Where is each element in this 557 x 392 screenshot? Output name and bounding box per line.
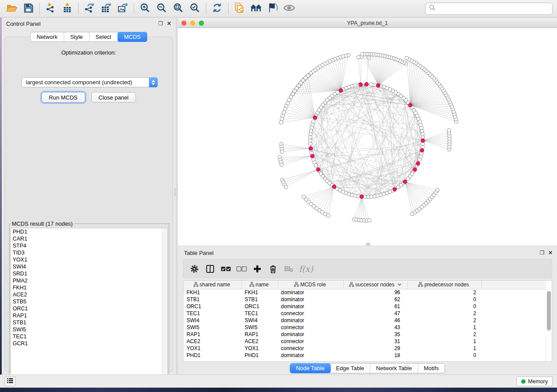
flag-button[interactable] bbox=[264, 2, 281, 16]
table-cell[interactable]: STB1 bbox=[183, 296, 242, 303]
zoom-out-button[interactable] bbox=[153, 2, 170, 16]
table-cell[interactable]: 2 bbox=[407, 331, 481, 338]
eye-button[interactable] bbox=[281, 2, 298, 16]
table-cell[interactable]: YOX1 bbox=[183, 345, 242, 352]
mcds-result-item[interactable]: PHD1 bbox=[11, 228, 167, 235]
zoom-selected-button[interactable] bbox=[187, 2, 203, 16]
table-cell[interactable]: dominator bbox=[278, 352, 343, 359]
mcds-result-item[interactable]: GCR1 bbox=[11, 340, 167, 347]
mcds-result-item[interactable]: RAP1 bbox=[11, 312, 167, 319]
table-cell[interactable]: PHD1 bbox=[242, 352, 278, 359]
table-cell[interactable]: ORC1 bbox=[183, 303, 242, 310]
table-cell[interactable]: SWI5 bbox=[242, 324, 278, 331]
optimization-criterion-select[interactable]: largest connected component (undirected) bbox=[21, 77, 158, 87]
zoom-in-button[interactable] bbox=[137, 2, 153, 16]
mcds-result-item[interactable]: ORC1 bbox=[11, 305, 167, 312]
float-table-panel-icon[interactable]: ❐ bbox=[540, 250, 544, 255]
mcds-result-list[interactable]: PHD1CAR1STP4TID3YOX1SWI4SRD1PMA2FKH1ACE2… bbox=[10, 228, 168, 382]
mcds-result-item[interactable]: STP4 bbox=[11, 242, 167, 249]
table-cell[interactable]: dominator bbox=[278, 317, 343, 324]
table-row[interactable]: YOX1YOX1connector291 bbox=[183, 345, 545, 352]
table-cell[interactable]: TEC1 bbox=[183, 310, 242, 317]
table-row[interactable]: STB1STB1dominator620 bbox=[183, 296, 545, 303]
table-cell[interactable]: STB1 bbox=[242, 296, 278, 303]
zoom-fit-button[interactable] bbox=[170, 2, 187, 16]
column-header-successor-nodes[interactable]: successor nodes bbox=[343, 281, 407, 289]
table-cell[interactable]: 2 bbox=[407, 310, 481, 317]
import-network-button[interactable] bbox=[42, 2, 59, 16]
run-mcds-button[interactable]: Run MCDS bbox=[42, 92, 85, 103]
select-all-icon[interactable] bbox=[219, 262, 232, 275]
close-table-panel-icon[interactable]: ✕ bbox=[548, 250, 553, 255]
table-cell[interactable]: dominator bbox=[278, 303, 343, 310]
memory-button[interactable]: Memory bbox=[516, 376, 553, 386]
table-cell[interactable]: 0 bbox=[407, 303, 481, 310]
table-cell[interactable]: connector bbox=[278, 324, 343, 331]
search-field[interactable] bbox=[425, 3, 553, 15]
table-cell[interactable]: 2 bbox=[407, 317, 481, 324]
table-cell[interactable]: SWI5 bbox=[183, 324, 242, 331]
column-header-predecessor-nodes[interactable]: predecessor nodes bbox=[407, 281, 481, 289]
mcds-result-item[interactable]: STB5 bbox=[11, 298, 167, 305]
table-row[interactable]: ACE2ACE2connector311 bbox=[183, 338, 545, 345]
table-cell[interactable]: 46 bbox=[343, 317, 407, 324]
tab-edge-table[interactable]: Edge Table bbox=[330, 364, 370, 373]
close-panel-icon[interactable]: ✕ bbox=[167, 21, 171, 26]
task-history-button[interactable] bbox=[4, 376, 16, 386]
table-cell[interactable]: ORC1 bbox=[242, 303, 278, 310]
table-cell[interactable]: SWI4 bbox=[242, 317, 278, 324]
show-columns-icon[interactable] bbox=[204, 262, 217, 275]
list-scrollbar[interactable] bbox=[162, 228, 167, 381]
tab-style[interactable]: Style bbox=[64, 32, 90, 41]
table-cell[interactable]: 2 bbox=[407, 289, 481, 296]
deselect-all-icon[interactable] bbox=[235, 262, 248, 275]
table-cell[interactable]: connector bbox=[278, 338, 343, 345]
search-input[interactable] bbox=[438, 5, 549, 12]
float-panel-icon[interactable]: ❐ bbox=[158, 21, 163, 26]
table-cell[interactable]: FKH1 bbox=[242, 289, 278, 296]
table-scrollbar-thumb[interactable] bbox=[547, 291, 551, 330]
table-cell[interactable]: TEC1 bbox=[242, 310, 278, 317]
export-image-button[interactable] bbox=[114, 2, 131, 16]
table-cell[interactable]: 0 bbox=[407, 296, 481, 303]
table-row[interactable]: ORC1ORC1dominator610 bbox=[183, 303, 545, 310]
mcds-result-item[interactable]: SWI5 bbox=[11, 326, 167, 333]
table-cell[interactable]: dominator bbox=[278, 296, 343, 303]
table-cell[interactable]: dominator bbox=[278, 289, 343, 296]
save-session-button[interactable] bbox=[20, 2, 37, 16]
apply-layout-button[interactable] bbox=[209, 2, 225, 16]
mcds-result-item[interactable]: FKH1 bbox=[11, 284, 167, 291]
table-cell[interactable]: 29 bbox=[343, 345, 407, 352]
table-cell[interactable]: SWI4 bbox=[183, 317, 242, 324]
mcds-result-item[interactable]: CAR1 bbox=[11, 235, 167, 242]
table-cell[interactable]: 18 bbox=[343, 352, 407, 359]
mcds-result-item[interactable]: ACE2 bbox=[11, 291, 167, 298]
tab-mcds[interactable]: MCDS bbox=[118, 32, 147, 42]
table-cell[interactable]: RAP1 bbox=[183, 331, 242, 338]
add-column-icon[interactable] bbox=[251, 262, 264, 275]
column-header-shared-name[interactable]: shared name bbox=[183, 281, 242, 289]
tab-network[interactable]: Network bbox=[31, 32, 64, 41]
table-cell[interactable]: 62 bbox=[343, 296, 407, 303]
table-cell[interactable]: 0 bbox=[407, 352, 481, 359]
table-cell[interactable]: PHD1 bbox=[183, 352, 242, 359]
tab-select[interactable]: Select bbox=[90, 32, 118, 41]
column-header-name[interactable]: name bbox=[242, 281, 278, 289]
mcds-result-item[interactable]: TID3 bbox=[11, 249, 167, 256]
table-cell[interactable]: connector bbox=[278, 310, 343, 317]
tab-node-table[interactable]: Node Table bbox=[290, 363, 331, 373]
table-cell[interactable]: FKH1 bbox=[183, 289, 242, 296]
table-cell[interactable]: dominator bbox=[278, 331, 343, 338]
table-row[interactable]: TEC1TEC1connector472 bbox=[183, 310, 545, 317]
table-cell[interactable]: 47 bbox=[343, 310, 407, 317]
delete-column-trash-icon[interactable] bbox=[266, 262, 280, 275]
table-row[interactable]: FKH1FKH1dominator962 bbox=[183, 289, 545, 296]
new-network-from-selection-button[interactable] bbox=[231, 2, 248, 16]
table-cell[interactable]: 1 bbox=[407, 338, 481, 345]
network-view-canvas[interactable] bbox=[178, 28, 557, 245]
table-cell[interactable]: 61 bbox=[343, 303, 407, 310]
close-panel-button[interactable]: Close panel bbox=[91, 92, 136, 103]
table-cell[interactable]: ACE2 bbox=[242, 338, 278, 345]
table-cell[interactable]: 1 bbox=[407, 345, 481, 352]
open-session-button[interactable] bbox=[3, 2, 20, 16]
